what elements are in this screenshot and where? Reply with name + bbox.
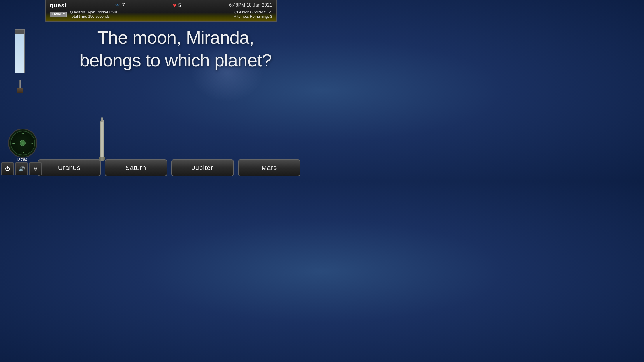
fuel-base [17, 88, 23, 93]
hearts-value: 5 [178, 2, 181, 8]
power-button[interactable]: ⏻ [1, 162, 14, 175]
rocket [98, 116, 106, 161]
compass: 270 90 270 315 [8, 129, 37, 158]
bottom-icons: ⏻ 🔊 ⚛ [0, 161, 43, 176]
attempts-remaining-label: Attempts Remaining: 3 [234, 14, 272, 19]
fuel-gauge: · · · · · · · · [11, 29, 29, 93]
fuel-connector [19, 80, 21, 88]
answer-buttons: Uranus Saturn Jupiter Mars [38, 159, 300, 176]
hearts-section: ♥ 5 [173, 2, 181, 9]
level-badge: LEVEL 2 [50, 12, 67, 17]
total-time-label: Total time: 150 seconds [70, 14, 117, 19]
fuel-dots: · · · · · · · · [11, 74, 29, 79]
xp-value: 7 [122, 2, 125, 8]
question-line1: The moon, Miranda, [97, 27, 254, 48]
left-stats: LEVEL 2 Question Type: RocketTrivia Tota… [50, 10, 117, 19]
rocket-body [100, 122, 104, 157]
question-type-label: Question Type: RocketTrivia [70, 10, 117, 14]
question-text: The moon, Miranda, belongs to which plan… [58, 26, 293, 71]
questions-correct-label: Questions Correct: 1/5 [234, 10, 272, 14]
atom-icon: ⚛ [115, 2, 120, 9]
header-bar: guest ⚛ 7 ♥ 5 6:48PM 18 Jan 2021 LEVEL 2… [45, 0, 277, 22]
compass-num-bottom: 270 [21, 152, 24, 154]
atom-button[interactable]: ⚛ [29, 162, 42, 175]
right-stats: Questions Correct: 1/5 Attempts Remainin… [234, 10, 272, 19]
username-label: guest [50, 2, 67, 9]
fuel-container [15, 29, 25, 73]
datetime-label: 6:48PM 18 Jan 2021 [229, 3, 272, 8]
compass-num-top: 270 [21, 133, 24, 134]
fuel-liquid [15, 34, 24, 73]
heart-icon: ♥ [173, 2, 176, 9]
compass-inner: 270 90 270 315 [10, 131, 35, 155]
compass-outer: 270 90 270 315 [8, 129, 37, 158]
sound-icon: 🔊 [18, 166, 25, 172]
answer-jupiter-button[interactable]: Jupiter [171, 159, 234, 176]
compass-num-left: 315 [12, 142, 15, 144]
sound-button[interactable]: 🔊 [15, 162, 28, 175]
compass-num-right: 90 [31, 142, 33, 144]
xp-section: ⚛ 7 [115, 2, 125, 9]
compass-center [20, 140, 26, 146]
answer-uranus-button[interactable]: Uranus [38, 159, 101, 176]
atom-button-icon: ⚛ [33, 166, 38, 172]
answer-saturn-button[interactable]: Saturn [105, 159, 167, 176]
question-line2: belongs to which planet? [80, 50, 272, 70]
answer-mars-button[interactable]: Mars [238, 159, 301, 176]
power-icon: ⏻ [5, 166, 10, 172]
rocket-nose [100, 116, 104, 122]
